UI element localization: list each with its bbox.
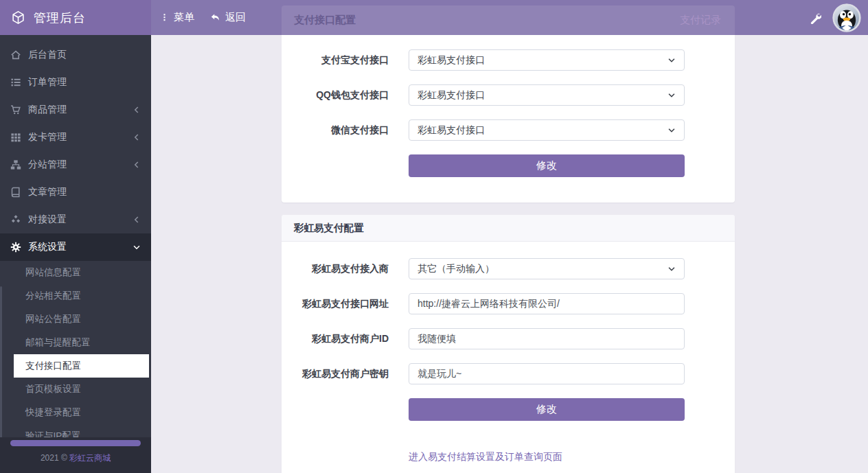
menu-toggle-label: 菜单: [174, 11, 194, 24]
epay-merchant-key-input[interactable]: [409, 363, 685, 384]
sidebar-item-products[interactable]: 商品管理: [0, 96, 151, 124]
sidebar-footer: 2021 © 彩虹云商城: [0, 437, 151, 473]
logo[interactable]: 管理后台: [0, 0, 151, 35]
cart-icon: [10, 104, 21, 115]
select-value: 彩虹易支付接口: [418, 124, 485, 137]
chevron-left-icon: [132, 132, 141, 142]
sidebar-item-label: 文章管理: [28, 186, 141, 198]
chevron-down-icon: [667, 56, 676, 65]
cubes-icon: [10, 214, 21, 225]
sidebar-item-integration[interactable]: 对接设置: [0, 206, 151, 233]
form-row-epay-provider: 彩虹易支付接入商 其它（手动输入）: [282, 258, 735, 279]
epay-provider-label: 彩虹易支付接入商: [295, 258, 389, 279]
modify-button[interactable]: 修改: [409, 154, 685, 177]
wrench-icon[interactable]: [809, 12, 821, 24]
epay-card-body: 彩虹易支付接入商 其它（手动输入） 彩虹易支付接口网址: [282, 242, 735, 473]
gear-icon: [10, 242, 21, 253]
form-row-epay-url: 彩虹易支付接口网址: [282, 293, 735, 314]
epay-provider-select[interactable]: 其它（手动输入）: [409, 258, 685, 279]
modify-button[interactable]: 修改: [409, 398, 685, 421]
admin-app: 管理后台 后台首页 订单管理 商品管理: [0, 0, 868, 473]
copyright-year: 2021 ©: [41, 453, 67, 463]
epay-card-header: 彩虹易支付配置: [282, 215, 735, 242]
epay-config-card: 彩虹易支付配置 彩虹易支付接入商 其它（手动输入）: [282, 215, 735, 473]
dots-vertical-icon: [160, 12, 169, 23]
epay-url-label: 彩虹易支付接口网址: [295, 293, 389, 314]
wechat-interface-label: 微信支付接口: [295, 119, 389, 141]
alipay-interface-label: 支付宝支付接口: [295, 49, 389, 71]
site-link[interactable]: 彩虹云商城: [69, 453, 111, 463]
submenu-item-payment-config[interactable]: 支付接口配置: [14, 354, 149, 378]
grid-icon: [10, 132, 21, 143]
submenu-item-mail-reminder[interactable]: 邮箱与提醒配置: [0, 331, 151, 354]
epay-url-input[interactable]: [409, 293, 685, 314]
submenu-item-home-template[interactable]: 首页模板设置: [0, 378, 151, 401]
chevron-down-icon: [667, 126, 676, 135]
epay-merchant-key-label: 彩虹易支付商户密钥: [295, 363, 389, 384]
chevron-left-icon: [132, 105, 141, 115]
sidebar-item-articles[interactable]: 文章管理: [0, 178, 151, 206]
chevron-down-icon: [132, 242, 141, 252]
form-row-alipay: 支付宝支付接口 彩虹易支付接口: [282, 49, 735, 71]
alipay-interface-select[interactable]: 彩虹易支付接口: [409, 49, 685, 71]
sidebar-item-label: 后台首页: [28, 49, 141, 61]
sidebar-item-label: 系统设置: [28, 241, 132, 253]
submenu-item-site-info[interactable]: 网站信息配置: [0, 261, 151, 284]
sidebar: 管理后台 后台首页 订单管理 商品管理: [0, 0, 151, 473]
epay-settlement-link[interactable]: 进入易支付结算设置及订单查询页面: [409, 451, 562, 463]
sidebar-item-substations[interactable]: 分站管理: [0, 151, 151, 178]
payment-interface-card: 支付宝支付接口 彩虹易支付接口 QQ钱包支付接口: [282, 35, 735, 203]
sidebar-item-label: 分站管理: [28, 159, 132, 171]
sidebar-horizontal-scrollbar[interactable]: [10, 440, 141, 446]
form-row-wechat: 微信支付接口 彩虹易支付接口: [282, 119, 735, 141]
back-label: 返回: [225, 11, 246, 24]
app-title: 管理后台: [34, 10, 86, 26]
sidebar-item-label: 发卡管理: [28, 131, 132, 143]
chevron-down-icon: [667, 264, 676, 274]
epay-merchant-id-input[interactable]: [409, 328, 685, 349]
epay-card-title: 彩虹易支付配置: [294, 222, 364, 235]
chevron-left-icon: [132, 215, 141, 224]
home-icon: [10, 49, 21, 60]
qq-wallet-interface-label: QQ钱包支付接口: [295, 84, 389, 106]
sidebar-item-home[interactable]: 后台首页: [0, 41, 151, 69]
page-title: 支付接口配置: [294, 14, 356, 27]
submenu-item-substation-config[interactable]: 分站相关配置: [0, 284, 151, 308]
form-row-epay-merchant-id: 彩虹易支付商户ID: [282, 328, 735, 349]
sidebar-item-label: 对接设置: [28, 214, 132, 226]
content-area: 支付宝支付接口 彩虹易支付接口 QQ钱包支付接口: [151, 35, 868, 473]
form-row-epay-merchant-key: 彩虹易支付商户密钥: [282, 363, 735, 384]
cube-logo-icon: [11, 10, 25, 25]
book-icon: [10, 187, 21, 198]
select-value: 彩虹易支付接口: [418, 89, 485, 102]
chevron-down-icon: [667, 91, 676, 100]
submenu-item-quick-login[interactable]: 快捷登录配置: [0, 401, 151, 424]
main-area: 菜单 返回 支付接口配置 支付记录: [151, 0, 868, 473]
sidebar-item-label: 商品管理: [28, 104, 132, 116]
sidebar-item-orders[interactable]: 订单管理: [0, 69, 151, 96]
chevron-left-icon: [132, 160, 141, 170]
menu-toggle-button[interactable]: 菜单: [160, 11, 194, 24]
list-icon: [10, 77, 21, 88]
user-avatar[interactable]: [832, 3, 861, 32]
select-value: 彩虹易支付接口: [418, 54, 485, 67]
topbar-right: [809, 0, 861, 35]
qq-wallet-interface-select[interactable]: 彩虹易支付接口: [409, 84, 685, 106]
wechat-interface-select[interactable]: 彩虹易支付接口: [409, 119, 685, 141]
submenu-item-verify-ip[interactable]: 验证与IP配置: [0, 424, 151, 437]
sitemap-icon: [10, 159, 21, 170]
copyright: 2021 © 彩虹云商城: [0, 452, 151, 464]
select-value: 其它（手动输入）: [418, 263, 494, 275]
sidebar-vertical-scrollbar[interactable]: [0, 286, 2, 437]
back-button[interactable]: 返回: [209, 11, 246, 24]
form-row-qq-wallet: QQ钱包支付接口 彩虹易支付接口: [282, 84, 735, 106]
topbar: 菜单 返回 支付接口配置 支付记录: [151, 0, 868, 35]
epay-merchant-id-label: 彩虹易支付商户ID: [295, 328, 389, 349]
sidebar-menu: 后台首页 订单管理 商品管理: [0, 35, 151, 437]
payment-records-link[interactable]: 支付记录: [680, 14, 721, 27]
sidebar-item-label: 订单管理: [28, 76, 141, 89]
submenu-item-announcement[interactable]: 网站公告配置: [0, 308, 151, 331]
back-arrow-icon: [209, 12, 220, 23]
sidebar-item-system-settings[interactable]: 系统设置: [0, 233, 151, 261]
sidebar-item-cards[interactable]: 发卡管理: [0, 124, 151, 151]
